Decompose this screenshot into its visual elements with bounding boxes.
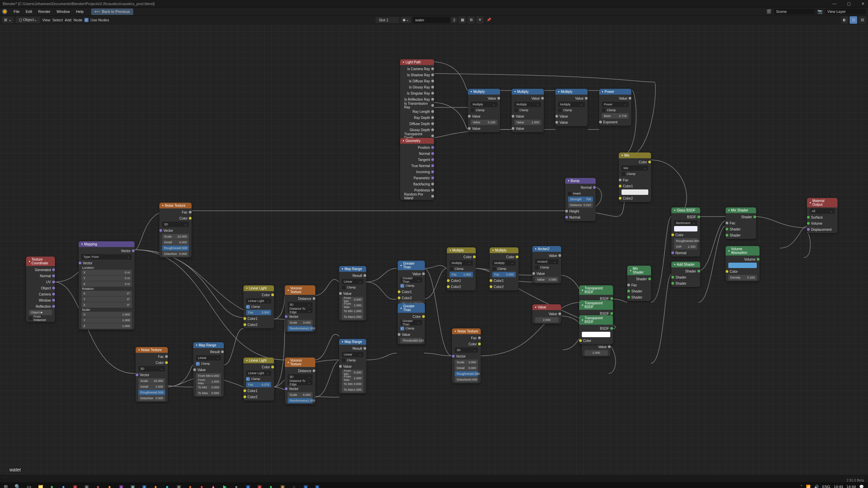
copy-material-icon[interactable]: ⧉ xyxy=(468,16,475,24)
node-noise-3[interactable]: Noise Texture Fac Color 3D Vector Scale4… xyxy=(452,328,481,383)
node-glass[interactable]: Glass BSDF BSDF Beckmann Color Roughness… xyxy=(671,207,700,257)
material-browse[interactable]: ◉⌄ xyxy=(400,17,411,23)
app-icon[interactable]: ● xyxy=(59,482,68,488)
menu-file[interactable]: File xyxy=(11,9,22,14)
clock[interactable]: 14:44 xyxy=(834,485,843,488)
scene-field[interactable]: Scene xyxy=(774,9,815,14)
date[interactable]: 14:44 xyxy=(846,485,856,488)
node-mixmult-2[interactable]: Multiply Color Multiply Clamp Fac0.000 C… xyxy=(490,247,518,290)
menu-help[interactable]: Help xyxy=(73,9,86,14)
node-gt-2[interactable]: Greater Than Color Greater Than ✓Clamp V… xyxy=(398,303,425,344)
area-splitter[interactable]: ⋮⋮⋮⋮ xyxy=(0,475,868,479)
node-math-power[interactable]: Power Value Power Clamp Base2.718 Expone… xyxy=(599,89,631,126)
close-icon[interactable]: ✕ xyxy=(861,1,865,6)
node-maprange-2[interactable]: Map Range Result Linear Clamp Value From… xyxy=(339,266,366,321)
volume-icon[interactable]: 🔊 xyxy=(814,485,819,488)
node-noise-2[interactable]: Noise Texture Fac Color 3D Vector Scale2… xyxy=(136,347,168,402)
node-canvas[interactable]: water xyxy=(0,24,868,475)
app-icon[interactable]: ● xyxy=(232,482,241,488)
node-math-mult-2[interactable]: Multiply Value Multiply Clamp Value Valu… xyxy=(512,89,544,132)
menu-select[interactable]: Select xyxy=(53,18,63,22)
unlink-icon[interactable]: ✕ xyxy=(476,16,484,24)
node-voronoi-1[interactable]: Voronoi Texture Distance 3D Distance To … xyxy=(285,285,315,332)
menu-window[interactable]: Window xyxy=(54,9,73,14)
node-voronoi-2[interactable]: Voronoi Texture Distance 3D Distance To … xyxy=(285,358,315,404)
new-material-icon[interactable]: ▦ xyxy=(459,16,466,24)
material-name-field[interactable]: water xyxy=(412,17,450,23)
node-mixshader-2[interactable]: Mix Shader Shader Fac Shader Shader xyxy=(726,207,756,239)
app-icon[interactable]: ▣ xyxy=(301,482,310,488)
snap-icon[interactable]: ⊡ xyxy=(850,16,857,24)
menu-add[interactable]: Add xyxy=(65,18,72,22)
node-lightpath[interactable]: Light Path Is Camera Ray Is Shadow Ray I… xyxy=(400,59,434,146)
node-texture-coordinate[interactable]: Texture Coordinate Generated Normal UV O… xyxy=(26,257,55,322)
menu-node[interactable]: Node xyxy=(74,18,82,22)
tray-chevron-icon[interactable]: ˄ xyxy=(801,485,803,488)
node-math-mult-1[interactable]: Multiply Value Multiply Clamp Value Valu… xyxy=(468,89,500,132)
start-icon[interactable]: ⊞ xyxy=(1,482,10,488)
app-icon[interactable]: ▶ xyxy=(220,482,229,488)
app-icon[interactable]: ▣ xyxy=(82,482,91,488)
explorer-icon[interactable]: 📁 xyxy=(36,482,45,488)
node-linearlight-2[interactable]: Linear Light Color Linear Light ✓Clamp F… xyxy=(243,358,274,401)
lang-indicator[interactable]: ENG xyxy=(822,485,830,488)
node-bump[interactable]: Bump Normal Invert Strength700 Distance0… xyxy=(565,178,596,221)
app-icon[interactable]: ● xyxy=(163,482,172,488)
node-volabs[interactable]: Volume Absorption Volume Color Density0.… xyxy=(726,246,760,281)
maximize-icon[interactable]: ▢ xyxy=(846,1,851,6)
node-geometry[interactable]: Geometry Position Normal Tangent True No… xyxy=(400,138,434,200)
app-icon[interactable]: ● xyxy=(267,482,275,488)
node-addshader[interactable]: Add Shader Shader Shader Shader xyxy=(671,262,700,287)
slot-dropdown[interactable]: Slot 1 xyxy=(375,17,399,23)
node-maprange-1[interactable]: Map Range Result Linear ✓Clamp Value Fro… xyxy=(193,342,224,397)
node-materialoutput[interactable]: Material Output All Surface Volume Displ… xyxy=(807,198,837,233)
node-transparent-3[interactable]: Transparent BSDF BSDF Color xyxy=(579,315,613,344)
app-icon[interactable]: ▣ xyxy=(117,482,125,488)
wifi-icon[interactable]: 📶 xyxy=(806,485,811,488)
app-icon[interactable]: ● xyxy=(197,482,206,488)
app-icon[interactable]: ▣ xyxy=(255,482,264,488)
pin-icon[interactable]: 📌 xyxy=(485,16,493,24)
back-button[interactable]: ⟵ Back to Previous xyxy=(91,8,134,15)
node-mapping[interactable]: Mapping Vector Type: Point Vector Locati… xyxy=(79,241,135,330)
slot-count[interactable]: 2 xyxy=(451,17,457,23)
node-noise-1[interactable]: Noise Texture Fac Color 3D Vector Scale2… xyxy=(159,203,192,258)
menu-view[interactable]: View xyxy=(42,18,51,22)
node-mix[interactable]: Mix Color Mix Clamp Fac Color1 Color2 xyxy=(619,152,651,202)
node-gt-1[interactable]: Greater Than Value Greater Than ✓Clamp C… xyxy=(398,261,425,308)
node-arctan2[interactable]: Arctan2 Value Arctan2 Clamp Value Value0… xyxy=(532,246,561,283)
use-nodes-checkbox[interactable]: ✓ xyxy=(84,18,88,22)
notification-icon[interactable]: 💬 xyxy=(859,485,864,488)
minimize-icon[interactable]: — xyxy=(832,1,837,6)
app-icon[interactable]: ▣ xyxy=(243,482,252,488)
editor-type-dropdown[interactable]: ⊞⌄ xyxy=(2,17,14,23)
app-icon[interactable]: ▣ xyxy=(140,482,149,488)
node-mixshader-1[interactable]: Mix Shader Shader Fac Shader Shader xyxy=(627,266,651,301)
node-maprange-3[interactable]: Map Range Result Linear Clamp Value From… xyxy=(339,339,366,393)
blender-logo-icon[interactable] xyxy=(2,9,7,14)
windows-taskbar[interactable]: ⊞ 🔍 ▭ 📁 ● ● ▣ ▣ ● ● ▣ ▣ ▣ ● ● ▣ ● ● ▲ ▶ … xyxy=(0,482,868,488)
app-icon[interactable]: ▣ xyxy=(278,482,287,488)
menu-render[interactable]: Render xyxy=(36,9,53,14)
search-icon[interactable]: 🔍 xyxy=(13,482,22,488)
app-icon[interactable]: ▣ xyxy=(313,482,321,488)
app-icon[interactable]: ● xyxy=(105,482,114,488)
app-icon[interactable]: ▣ xyxy=(128,482,137,488)
app-icon[interactable]: ● xyxy=(186,482,195,488)
app-icon[interactable]: ▣ xyxy=(71,482,79,488)
app-icon[interactable]: ▣ xyxy=(174,482,183,488)
app-icon[interactable]: ▲ xyxy=(209,482,218,488)
node-math-mult-3[interactable]: Multiply Value Multiply Clamp Value Valu… xyxy=(555,89,588,126)
app-icon[interactable]: ● xyxy=(47,482,56,488)
toggle-sidebar-icon[interactable]: ⊟ xyxy=(859,16,866,24)
overlay-icon[interactable]: ◐ xyxy=(841,16,848,24)
node-value-1[interactable]: Value Value 2.000 xyxy=(532,304,561,324)
taskview-icon[interactable]: ▭ xyxy=(24,482,33,488)
app-icon[interactable]: ● xyxy=(151,482,160,488)
app-icon[interactable]: ● xyxy=(94,482,102,488)
menu-edit[interactable]: Edit xyxy=(23,9,35,14)
viewlayer-field[interactable]: View Layer xyxy=(825,9,866,14)
node-mixmult-1[interactable]: Multiply Color Multiply Clamp Fac1.000 C… xyxy=(447,247,476,290)
app-icon[interactable]: ○ xyxy=(290,482,298,488)
mode-dropdown[interactable]: ◻ Object⌄ xyxy=(16,17,40,23)
